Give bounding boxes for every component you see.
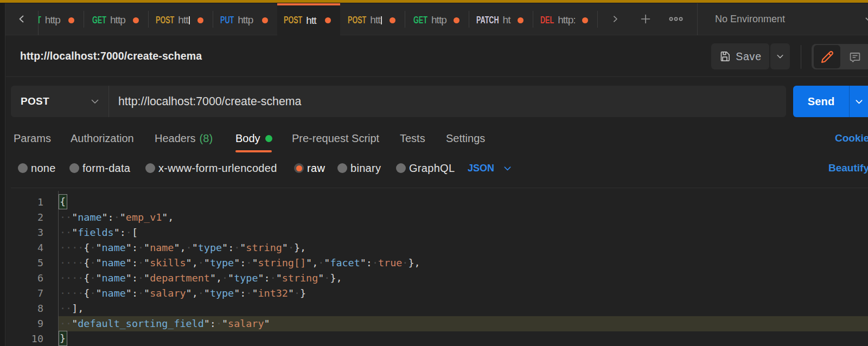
save-button-label: Save xyxy=(736,50,762,63)
code-token: " xyxy=(144,257,150,268)
new-tab-button[interactable] xyxy=(638,3,653,35)
request-tab[interactable]: DELhttp: xyxy=(533,3,597,35)
request-tab[interactable]: POSThtt xyxy=(277,3,340,36)
code-token: " xyxy=(240,242,246,253)
headers-count-badge: (8) xyxy=(200,132,213,145)
code-token: }, xyxy=(408,257,420,268)
send-button[interactable]: Send xyxy=(793,86,868,117)
chevron-down-icon xyxy=(865,15,868,24)
code-token: name xyxy=(102,287,126,299)
code-token: : xyxy=(264,272,270,284)
code-token: " xyxy=(306,257,312,268)
code-token: name xyxy=(150,242,174,253)
body-language-selector[interactable]: JSON xyxy=(468,156,512,181)
scroll-tabs-right-button[interactable] xyxy=(608,3,623,35)
request-tab[interactable]: GEThttp xyxy=(405,3,469,35)
save-button[interactable]: Save xyxy=(711,43,769,69)
method-selector[interactable]: POST xyxy=(11,86,108,117)
code-token: " xyxy=(252,257,258,268)
code-token: " xyxy=(252,287,258,299)
code-line: ··"fields":·[ xyxy=(60,225,868,240)
request-tab[interactable]: PUThttp xyxy=(213,3,277,35)
url-input[interactable]: http://localhost:7000/create-schema xyxy=(118,86,301,117)
environment-selector[interactable]: No Environment xyxy=(715,3,785,35)
code-token: : xyxy=(366,257,372,268)
comment-icon xyxy=(848,51,861,64)
save-options-button[interactable] xyxy=(770,43,790,69)
body-mode-form-data[interactable]: form-data xyxy=(69,156,130,181)
body-mode-none[interactable]: none xyxy=(18,156,56,181)
code-token: " xyxy=(95,257,101,268)
editor-code[interactable]: {··"name":·"emp_v1",··"fields":·[····{·"… xyxy=(60,195,868,346)
code-token: · xyxy=(90,242,95,253)
code-token: · xyxy=(138,272,144,284)
config-tab-settings[interactable]: Settings xyxy=(446,125,485,152)
toolbar-divider xyxy=(801,45,801,69)
code-token: ·· xyxy=(60,227,72,238)
body-mode-graphql[interactable]: GraphQL xyxy=(396,156,455,181)
unsaved-changes-dot xyxy=(518,17,524,23)
config-tab-tests[interactable]: Tests xyxy=(400,125,425,152)
code-token: ], xyxy=(72,303,84,314)
config-tab-headers[interactable]: Headers(8) xyxy=(155,125,213,152)
config-tab-pre-request-script[interactable]: Pre-request Script xyxy=(292,125,379,152)
code-token: " xyxy=(120,212,126,223)
request-tab[interactable]: PATCHht xyxy=(469,3,533,35)
code-token: { xyxy=(84,257,90,268)
code-token: salary xyxy=(228,318,264,329)
body-mode-x-www-form-urlencoded[interactable]: x-www-form-urlencoded xyxy=(145,156,277,181)
request-tab[interactable]: POSThtt xyxy=(148,3,213,35)
chevron-left-icon xyxy=(17,15,26,23)
body-mode-binary[interactable]: binary xyxy=(337,156,381,181)
code-token: name xyxy=(102,242,126,253)
code-token: " xyxy=(228,272,234,284)
request-tab[interactable]: GEThttp xyxy=(84,3,148,35)
request-tab[interactable]: Thttp xyxy=(38,3,84,35)
chevron-down-icon xyxy=(855,98,863,106)
code-token: · xyxy=(216,318,222,329)
code-token: department xyxy=(150,272,210,284)
unsaved-changes-dot xyxy=(390,17,395,23)
body-editor[interactable]: 12345678910 {··"name":·"emp_v1",··"field… xyxy=(6,188,868,346)
code-token: " xyxy=(186,287,192,299)
code-token: · xyxy=(270,272,276,284)
code-token: : xyxy=(228,242,234,253)
code-token: " xyxy=(276,272,282,284)
editor-gutter-border xyxy=(58,191,59,346)
code-token: " xyxy=(72,318,78,329)
send-options-button[interactable] xyxy=(850,86,868,117)
beautify-link[interactable]: Beautify xyxy=(828,156,868,181)
config-tab-params[interactable]: Params xyxy=(14,125,51,152)
cookies-link[interactable]: Cookies xyxy=(835,125,868,152)
radio-icon xyxy=(69,163,79,173)
chevron-down-icon xyxy=(503,164,512,172)
unsaved-changes-dot xyxy=(68,17,74,23)
scroll-tabs-left-button[interactable] xyxy=(12,3,31,35)
tab-separator xyxy=(597,11,598,28)
code-token: salary xyxy=(150,287,186,299)
code-token: · xyxy=(90,257,95,268)
comments-button[interactable] xyxy=(842,45,868,68)
code-token: · xyxy=(318,257,324,268)
code-token: · xyxy=(198,257,204,268)
config-tab-authorization[interactable]: Authorization xyxy=(71,125,134,152)
code-token: }, xyxy=(294,242,306,253)
code-token: · xyxy=(90,272,95,284)
config-tab-body[interactable]: Body xyxy=(235,125,272,152)
documentation-edit-button[interactable] xyxy=(814,45,840,68)
code-token: : xyxy=(240,287,246,299)
body-mode-raw[interactable]: raw xyxy=(294,156,325,181)
code-token: name xyxy=(102,272,126,284)
code-token: type xyxy=(210,287,234,299)
environment-selected-label: No Environment xyxy=(715,14,785,25)
code-token: " xyxy=(95,287,101,299)
code-token: " xyxy=(204,318,210,329)
tab-options-button[interactable] xyxy=(668,3,684,35)
code-token: " xyxy=(144,272,150,284)
request-tab[interactable]: POSThtt xyxy=(340,3,405,35)
code-token: · xyxy=(234,242,240,253)
environment-dropdown-chevron[interactable] xyxy=(865,3,868,35)
tab-method-label: DEL xyxy=(540,15,554,26)
code-token: · xyxy=(246,257,252,268)
postman-app: { "colors": { "accent_orange": "#f26b3a"… xyxy=(0,0,868,346)
